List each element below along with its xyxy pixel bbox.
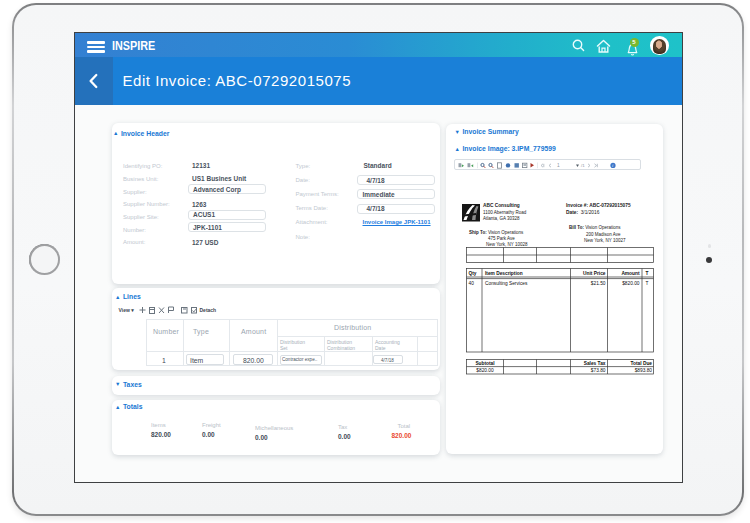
svg-text:$820.00: $820.00 — [622, 280, 640, 285]
svg-text:$893.80: $893.80 — [634, 368, 652, 373]
svg-text:Qty: Qty — [468, 270, 476, 275]
svg-text:Total Due: Total Due — [630, 361, 652, 366]
svg-text:Unit Price: Unit Price — [583, 270, 606, 275]
svg-text:/1: /1 — [581, 163, 585, 168]
svg-text:1: 1 — [557, 163, 560, 168]
svg-text:40: 40 — [468, 280, 474, 285]
svg-text:Subtotal: Subtotal — [475, 361, 494, 366]
svg-text:Item Description: Item Description — [485, 270, 523, 275]
svg-text:Sales Tax: Sales Tax — [583, 361, 605, 366]
svg-text:$820.00: $820.00 — [476, 368, 494, 373]
svg-text:Consulting Services: Consulting Services — [485, 280, 528, 285]
svg-text:T: T — [645, 270, 648, 275]
svg-text:$21.50: $21.50 — [590, 280, 605, 285]
svg-text:T: T — [645, 280, 648, 285]
svg-text:Amount: Amount — [621, 270, 640, 275]
svg-text:$73.80: $73.80 — [590, 368, 605, 373]
